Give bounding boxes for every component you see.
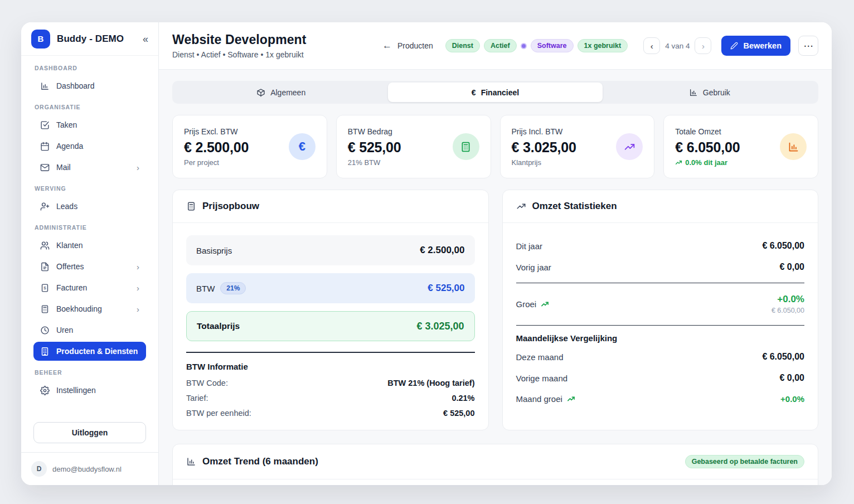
brand-name: Buddy - DEMO bbox=[57, 33, 136, 45]
nav-section-administratie: ADMINISTRATIE bbox=[35, 224, 145, 231]
sidebar-item-label: Facturen bbox=[56, 283, 130, 292]
sidebar-nav: DASHBOARD Dashboard ORGANISATIE Taken Ag… bbox=[21, 56, 158, 414]
tab-label: Algemeen bbox=[270, 88, 305, 97]
tab-financieel[interactable]: € Financieel bbox=[388, 83, 602, 102]
prev-record-button[interactable]: ‹ bbox=[643, 37, 660, 54]
bar-chart-icon bbox=[689, 88, 698, 97]
monthly-row-vorige-maand: Vorige maand € 0,00 bbox=[516, 367, 805, 389]
sidebar-item-mail[interactable]: Mail › bbox=[33, 158, 146, 177]
clock-icon bbox=[40, 326, 50, 335]
revenue-row-dit-jaar: Dit jaar € 6.050,00 bbox=[516, 235, 805, 256]
pricing-panel: Prijsopbouw Basisprijs € 2.500,00 BTW 21… bbox=[172, 190, 489, 430]
tab-gebruik[interactable]: Gebruik bbox=[603, 83, 817, 102]
growth-percent: +0.0% bbox=[771, 294, 804, 305]
chevron-right-icon: › bbox=[137, 163, 139, 172]
divider bbox=[186, 352, 475, 353]
stat-sub: Per project bbox=[184, 158, 249, 167]
sidebar-item-boekhouding[interactable]: Boekhouding › bbox=[33, 299, 146, 318]
stat-cards: Prijs Excl. BTW € 2.500,00 Per project €… bbox=[172, 115, 818, 178]
sidebar-item-instellingen[interactable]: Instellingen bbox=[33, 381, 146, 400]
sidebar-item-taken[interactable]: Taken bbox=[33, 115, 146, 134]
price-row-btw: BTW 21% € 525,00 bbox=[186, 273, 475, 303]
sidebar-item-producten-diensten[interactable]: Producten & Diensten bbox=[33, 342, 146, 361]
stat-label: BTW Bedrag bbox=[348, 127, 401, 136]
vat-rate-badge: 21% bbox=[220, 282, 246, 294]
stat-sub-trend: 0.0% dit jaar bbox=[675, 158, 740, 167]
tab-algemeen[interactable]: Algemeen bbox=[174, 83, 388, 102]
sidebar-item-agenda[interactable]: Agenda bbox=[33, 137, 146, 156]
brand-row: B Buddy - DEMO « bbox=[21, 22, 158, 56]
sidebar-collapse-button[interactable]: « bbox=[143, 34, 148, 44]
content-area: Algemeen € Financieel Gebruik Prijs Excl… bbox=[159, 70, 832, 485]
building-icon bbox=[40, 347, 50, 356]
sidebar-item-uren[interactable]: Uren bbox=[33, 321, 146, 340]
user-row: D demo@buddysflow.nl bbox=[21, 452, 158, 485]
check-square-icon bbox=[40, 120, 50, 130]
chevron-right-icon: › bbox=[137, 304, 139, 314]
back-label: Producten bbox=[397, 41, 433, 50]
sidebar-item-label: Klanten bbox=[56, 241, 139, 250]
vat-info-row: Tarief: 0.21% bbox=[186, 394, 475, 403]
sidebar: B Buddy - DEMO « DASHBOARD Dashboard ORG… bbox=[21, 22, 159, 485]
more-actions-button[interactable]: ⋯ bbox=[798, 36, 818, 56]
users-icon bbox=[40, 241, 50, 250]
bar-chart-icon bbox=[40, 81, 50, 91]
calculator-icon bbox=[40, 304, 50, 314]
user-plus-icon bbox=[40, 202, 50, 211]
calculator-icon bbox=[186, 201, 196, 211]
calendar-icon bbox=[40, 142, 50, 151]
trending-up-icon bbox=[516, 201, 526, 211]
euro-icon: € bbox=[289, 133, 316, 160]
bar-chart-icon bbox=[186, 457, 196, 467]
edit-button[interactable]: Bewerken bbox=[721, 36, 790, 56]
sidebar-item-offertes[interactable]: Offertes › bbox=[33, 257, 146, 276]
software-dot-icon bbox=[521, 43, 527, 49]
stat-card-totale-omzet: Totale Omzet € 6.050,00 0.0% dit jaar bbox=[663, 115, 818, 178]
user-email: demo@buddysflow.nl bbox=[52, 465, 122, 473]
growth-amount: € 6.050,00 bbox=[771, 307, 804, 314]
trend-source-badge: Gebaseerd op betaalde facturen bbox=[685, 455, 804, 468]
back-to-products-link[interactable]: ← Producten bbox=[382, 40, 433, 51]
panel-title: Prijsopbouw bbox=[202, 201, 259, 212]
revenue-panel-header: Omzet Statistieken bbox=[503, 190, 818, 223]
sidebar-item-facturen[interactable]: $ Facturen › bbox=[33, 278, 146, 297]
pricing-panel-header: Prijsopbouw bbox=[173, 190, 488, 223]
vat-info-row: BTW per eenheid: € 525,00 bbox=[186, 409, 475, 418]
sidebar-item-klanten[interactable]: Klanten bbox=[33, 236, 146, 255]
tab-label: Gebruik bbox=[703, 88, 730, 97]
price-row-totaalprijs: Totaalprijs € 3.025,00 bbox=[186, 311, 475, 341]
stat-value: € 6.050,00 bbox=[675, 139, 740, 156]
edit-button-label: Bewerken bbox=[743, 41, 782, 50]
sidebar-item-dashboard[interactable]: Dashboard bbox=[33, 76, 146, 95]
mail-icon bbox=[40, 163, 50, 172]
record-pager: ‹ 4 van 4 › bbox=[643, 37, 711, 54]
revenue-panel: Omzet Statistieken Dit jaar € 6.050,00 V… bbox=[502, 190, 819, 430]
sidebar-item-leads[interactable]: Leads bbox=[33, 197, 146, 216]
stat-value: € 3.025,00 bbox=[512, 139, 576, 156]
calculator-icon bbox=[453, 133, 479, 160]
sidebar-item-label: Dashboard bbox=[56, 81, 139, 90]
revenue-row-vorig-jaar: Vorig jaar € 0,00 bbox=[516, 256, 805, 278]
tab-label: Financieel bbox=[481, 88, 519, 97]
revenue-row-groei: Groei +0.0% € 6.050,00 bbox=[516, 288, 805, 320]
badge-actief: Actief bbox=[484, 39, 517, 52]
trending-up-icon bbox=[616, 133, 643, 160]
page-subtitle: Dienst • Actief • Software • 1x gebruikt bbox=[172, 50, 306, 59]
logout-button[interactable]: Uitloggen bbox=[33, 422, 146, 443]
sidebar-item-label: Boekhouding bbox=[56, 304, 130, 313]
panels-row: Prijsopbouw Basisprijs € 2.500,00 BTW 21… bbox=[172, 190, 818, 430]
back-arrow-icon: ← bbox=[382, 40, 392, 51]
stat-label: Prijs Incl. BTW bbox=[512, 127, 576, 136]
trend-panel: Omzet Trend (6 maanden) Gebaseerd op bet… bbox=[172, 444, 818, 485]
panel-title: Omzet Trend (6 maanden) bbox=[202, 456, 318, 467]
main-area: Website Development Dienst • Actief • So… bbox=[159, 22, 832, 485]
stat-label: Totale Omzet bbox=[675, 127, 740, 136]
record-count: 4 van 4 bbox=[664, 42, 691, 50]
euro-icon: € bbox=[472, 88, 476, 97]
invoice-dollar-icon: $ bbox=[40, 283, 50, 293]
trend-chart-area bbox=[173, 479, 818, 485]
badge-software: Software bbox=[531, 39, 574, 52]
monthly-row-maand-groei: Maand groei +0.0% bbox=[516, 389, 805, 409]
stat-card-btw-bedrag: BTW Bedrag € 525,00 21% BTW bbox=[336, 115, 491, 178]
next-record-button[interactable]: › bbox=[695, 37, 711, 54]
